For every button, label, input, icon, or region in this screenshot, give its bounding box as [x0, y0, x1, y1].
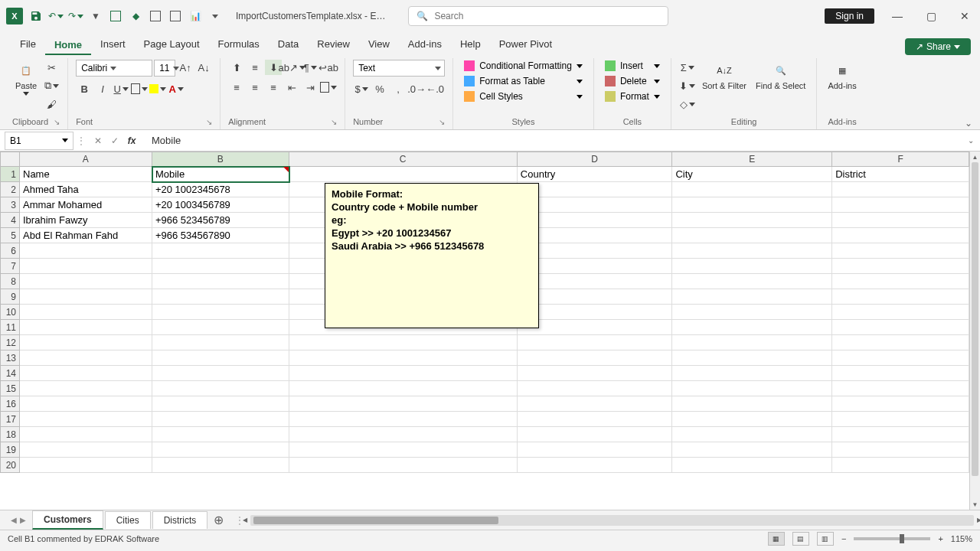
tab-insert[interactable]: Insert: [91, 34, 135, 55]
decrease-decimal-icon[interactable]: ←.0: [426, 81, 443, 96]
row-header[interactable]: 2: [0, 182, 20, 197]
row-header[interactable]: 4: [0, 213, 20, 228]
horizontal-scrollbar[interactable]: ◀ ▶: [250, 515, 974, 526]
row-header[interactable]: 7: [0, 259, 20, 274]
cell[interactable]: [672, 442, 832, 458]
row-header[interactable]: 9: [0, 289, 20, 305]
cut-icon[interactable]: ✂: [43, 60, 60, 75]
italic-icon[interactable]: I: [94, 81, 111, 96]
zoom-slider-thumb[interactable]: [900, 534, 904, 543]
cell[interactable]: [832, 412, 969, 427]
scrollbar-thumb[interactable]: [253, 517, 498, 524]
cell[interactable]: District: [832, 167, 969, 182]
cell[interactable]: [518, 396, 673, 412]
cell[interactable]: +966 523456789: [152, 213, 289, 228]
cell[interactable]: Ammar Mohamed: [20, 197, 152, 213]
row-header[interactable]: 15: [0, 381, 20, 396]
cell[interactable]: [672, 335, 832, 350]
wrap-text-icon[interactable]: ↩ab: [320, 60, 337, 75]
add-sheet-button[interactable]: ⊕: [209, 513, 227, 527]
splitter-icon[interactable]: ⋮: [77, 135, 86, 146]
fill-color-icon[interactable]: [149, 81, 166, 96]
cell[interactable]: [518, 213, 673, 228]
cell[interactable]: [20, 289, 152, 305]
decrease-indent-icon[interactable]: ⇤: [283, 80, 300, 95]
sheet-tab-districts[interactable]: Districts: [152, 511, 208, 529]
cell[interactable]: [289, 167, 518, 182]
cell[interactable]: [832, 366, 969, 381]
fx-icon[interactable]: fx: [124, 135, 139, 146]
cell[interactable]: [672, 182, 832, 197]
cell[interactable]: [832, 228, 969, 243]
cell[interactable]: [518, 427, 673, 442]
paste-button[interactable]: 📋 Paste: [12, 60, 40, 97]
cell[interactable]: [672, 243, 832, 259]
text-direction-icon[interactable]: ¶: [302, 60, 318, 75]
cell[interactable]: [672, 289, 832, 305]
col-header-B[interactable]: B: [152, 152, 289, 167]
font-color-icon[interactable]: A: [168, 81, 185, 96]
cell[interactable]: [518, 366, 673, 381]
sheet-tab-cities[interactable]: Cities: [105, 511, 151, 529]
cell[interactable]: [832, 427, 969, 442]
cell[interactable]: [20, 381, 152, 396]
cell[interactable]: [518, 350, 673, 366]
scrollbar-thumb[interactable]: [972, 162, 978, 476]
cell[interactable]: Name: [20, 167, 152, 182]
group-icon[interactable]: [109, 9, 122, 23]
cell[interactable]: [152, 427, 289, 442]
cell[interactable]: [289, 412, 518, 427]
zoom-slider[interactable]: [854, 537, 930, 540]
cell[interactable]: [20, 427, 152, 442]
cell[interactable]: [152, 442, 289, 458]
cell[interactable]: [289, 458, 518, 473]
normal-view-icon[interactable]: ▦: [768, 532, 785, 546]
zoom-out-icon[interactable]: −: [841, 534, 846, 543]
col-header-A[interactable]: A: [20, 152, 152, 167]
accept-formula-icon[interactable]: ✓: [107, 135, 122, 146]
tab-home[interactable]: Home: [45, 34, 91, 55]
tab-file[interactable]: File: [11, 34, 45, 55]
launcher-icon[interactable]: ↘: [331, 118, 337, 126]
signin-button[interactable]: Sign in: [825, 8, 874, 24]
zoom-level[interactable]: 115%: [951, 534, 972, 543]
autosum-icon[interactable]: Σ: [679, 60, 696, 75]
row-header[interactable]: 11: [0, 320, 20, 335]
cell[interactable]: [20, 412, 152, 427]
font-size-dropdown[interactable]: 11: [154, 60, 175, 77]
scroll-up-icon[interactable]: ▲: [970, 152, 980, 162]
cell[interactable]: [152, 305, 289, 320]
row-header[interactable]: 3: [0, 197, 20, 213]
cell[interactable]: Country: [518, 167, 673, 182]
cell[interactable]: [20, 396, 152, 412]
cell[interactable]: [518, 442, 673, 458]
cell[interactable]: [832, 305, 969, 320]
cell[interactable]: [832, 335, 969, 350]
font-name-dropdown[interactable]: Calibri: [76, 60, 152, 77]
cell[interactable]: [672, 213, 832, 228]
collapse-ribbon-icon[interactable]: ⌄: [965, 118, 972, 129]
cell[interactable]: [518, 289, 673, 305]
row-header[interactable]: 18: [0, 427, 20, 442]
redo-icon[interactable]: ↷: [69, 9, 83, 23]
save-icon[interactable]: [29, 9, 43, 23]
undo-icon[interactable]: ↶: [49, 9, 63, 23]
minimize-icon[interactable]: —: [888, 7, 906, 25]
copy-icon[interactable]: ⧉: [43, 78, 60, 93]
sort-filter-button[interactable]: A↓Z Sort & Filter: [699, 60, 750, 92]
cell[interactable]: [289, 335, 518, 350]
cell[interactable]: [152, 366, 289, 381]
cell[interactable]: [672, 381, 832, 396]
cell[interactable]: [832, 289, 969, 305]
addins-button[interactable]: ▦ Add-ins: [825, 60, 859, 92]
cell-styles-button[interactable]: Cell Styles: [461, 90, 586, 103]
cell[interactable]: [20, 320, 152, 335]
row-header[interactable]: 14: [0, 366, 20, 381]
cell[interactable]: City: [672, 167, 832, 182]
col-header-D[interactable]: D: [518, 152, 673, 167]
cell[interactable]: Abd El Rahman Fahd: [20, 228, 152, 243]
scroll-left-icon[interactable]: ◀: [240, 515, 250, 526]
worksheet[interactable]: A B C D E F 1234567891011121314151617181…: [0, 152, 980, 510]
cell[interactable]: [518, 274, 673, 289]
comma-icon[interactable]: ,: [390, 81, 407, 96]
